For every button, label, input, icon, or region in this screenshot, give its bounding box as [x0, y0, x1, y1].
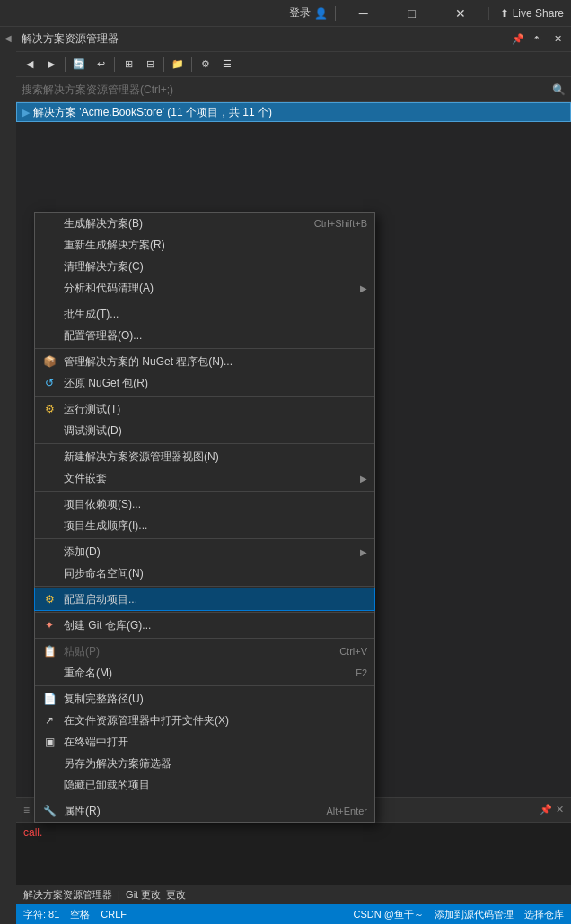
solution-item[interactable]: ▶ 解决方案 'Acme.BookStore' (11 个项目，共 11 个)	[16, 102, 571, 122]
menu-save-as-selector[interactable]: 另存为解决方案筛选器	[35, 753, 374, 774]
menu-open-terminal-label: 在终端中打开	[64, 735, 128, 750]
menu-build-label: 生成解决方案(B)	[64, 216, 143, 231]
sep10	[35, 685, 374, 686]
menu-properties[interactable]: 🔧 属性(R) Alt+Enter	[35, 800, 374, 822]
sep2	[35, 348, 374, 349]
minimize-button[interactable]: ─	[343, 0, 384, 27]
menu-hide-unloaded[interactable]: 隐藏已卸载的项目	[35, 774, 374, 796]
sep4	[35, 443, 374, 444]
menu-batch-label: 批生成(T)...	[64, 307, 119, 322]
sep3	[35, 396, 374, 397]
bottom-panel-pin-icon[interactable]: 📌	[540, 804, 552, 815]
menu-run-test[interactable]: ⚙ 运行测试(T)	[35, 398, 374, 420]
panel-pin-button[interactable]: 📌	[510, 31, 526, 48]
menu-open-terminal[interactable]: ▣ 在终端中打开	[35, 731, 374, 753]
panel-header-icons: 📌 ⬑ ✕	[510, 31, 566, 48]
restore-icon: ↺	[42, 376, 57, 390]
menu-restore-nuget-label: 还原 NuGet 包(R)	[64, 376, 148, 391]
menu-analyze[interactable]: 分析和代码清理(A) ▶	[35, 277, 374, 299]
menu-open-explorer[interactable]: ↗ 在文件资源管理器中打开文件夹(X)	[35, 710, 374, 731]
menu-config[interactable]: 配置管理器(O)...	[35, 325, 374, 346]
menu-build-order-label: 项目生成顺序(I)...	[64, 519, 147, 534]
menu-batch[interactable]: 批生成(T)...	[35, 303, 374, 325]
menu-clean-label: 清理解决方案(C)	[64, 259, 144, 275]
menu-rename-shortcut: F2	[356, 667, 367, 678]
open-explorer-icon: ↗	[42, 713, 57, 728]
login-area[interactable]: 登录 👤	[289, 5, 328, 21]
status-csdn: CSDN @鱼干～	[354, 908, 424, 921]
sep6	[35, 538, 374, 539]
login-label: 登录	[289, 5, 311, 21]
menu-hide-unloaded-label: 隐藏已卸载的项目	[64, 778, 150, 793]
call-text: call.	[23, 826, 42, 839]
menu-proj-dep-label: 项目依赖项(S)...	[64, 497, 141, 512]
menu-paste-shortcut: Ctrl+V	[339, 646, 367, 657]
menu-clean[interactable]: 清理解决方案(C)	[35, 256, 374, 277]
sep8	[35, 612, 374, 613]
search-bar: 🔍	[16, 77, 571, 102]
panel-dock-button[interactable]: ⬑	[530, 31, 546, 48]
nuget-icon: 📦	[42, 354, 57, 369]
menu-copy-path[interactable]: 📄 复制完整路径(U)	[35, 688, 374, 710]
menu-rebuild-label: 重新生成解决方案(R)	[64, 238, 165, 253]
toolbar: ◀ ▶ 🔄 ↩ ⊞ ⊟ 📁 ⚙ ☰	[16, 52, 571, 77]
panel-title: 解决方案资源管理器	[22, 31, 119, 47]
panel-close-button[interactable]: ✕	[549, 31, 566, 48]
status-spaces: 空格	[70, 908, 90, 921]
menu-sync-ns[interactable]: 同步命名空间(N)	[35, 562, 374, 584]
properties-icon: 🔧	[42, 804, 57, 818]
title-bar: 登录 👤 ─ □ ✕ ⬆ Live Share	[0, 0, 571, 27]
toolbar-forward-button[interactable]: ▶	[41, 55, 61, 74]
menu-add[interactable]: 添加(D) ▶	[35, 541, 374, 562]
toolbar-sync-button[interactable]: 🔄	[69, 55, 89, 74]
status-git-info[interactable]: 选择仓库	[524, 908, 564, 921]
bottom-panel-content: call.	[16, 823, 571, 842]
solution-explorer-panel: 解决方案资源管理器 📌 ⬑ ✕ ◀ ▶ 🔄 ↩ ⊞ ⊟ 📁 ⚙ ☰	[16, 27, 571, 924]
menu-file-nest[interactable]: 文件嵌套 ▶	[35, 467, 374, 489]
toolbar-back-button[interactable]: ◀	[20, 55, 40, 74]
menu-build[interactable]: 生成解决方案(B) Ctrl+Shift+B	[35, 213, 374, 234]
toolbar-settings-button[interactable]: ⚙	[196, 55, 215, 74]
solution-label: 解决方案 'Acme.BookStore' (11 个项目，共 11 个)	[33, 105, 272, 120]
menu-new-sol-view[interactable]: 新建解决方案资源管理器视图(N)	[35, 446, 374, 467]
share-icon: ⬆	[500, 7, 509, 20]
panel-header: 解决方案资源管理器 📌 ⬑ ✕	[16, 27, 571, 52]
set-startup-icon: ⚙	[42, 592, 57, 606]
close-button[interactable]: ✕	[440, 0, 481, 27]
menu-build-order[interactable]: 项目生成顺序(I)...	[35, 515, 374, 536]
menu-create-git[interactable]: ✦ 创建 Git 仓库(G)...	[35, 615, 374, 636]
toolbar-view2-button[interactable]: ⊟	[140, 55, 160, 74]
search-input[interactable]	[22, 83, 552, 96]
maximize-button[interactable]: □	[391, 0, 433, 27]
panel-bottom-tab: 解决方案资源管理器	[23, 889, 112, 900]
status-add-code[interactable]: 添加到源代码管理	[435, 908, 514, 921]
menu-debug-test[interactable]: 调试测试(D)	[35, 420, 374, 441]
liveshare-label: Live Share	[513, 7, 564, 20]
left-sidebar: ◀	[0, 27, 16, 924]
status-bar: 字符: 81 空格 CRLF CSDN @鱼干～ 添加到源代码管理 选择仓库	[16, 904, 571, 924]
menu-restore-nuget[interactable]: ↺ 还原 NuGet 包(R)	[35, 372, 374, 394]
open-terminal-icon: ▣	[42, 735, 57, 749]
file-nest-arrow-icon: ▶	[360, 474, 367, 484]
menu-create-git-label: 创建 Git 仓库(G)...	[64, 618, 151, 633]
menu-rename[interactable]: 重命名(M) F2	[35, 662, 374, 684]
analyze-arrow-icon: ▶	[360, 283, 367, 293]
sidebar-collapse-icon[interactable]: ◀	[1, 31, 15, 45]
toolbar-undo-button[interactable]: ↩	[91, 55, 110, 74]
context-menu: 生成解决方案(B) Ctrl+Shift+B 重新生成解决方案(R) 清理解决方…	[34, 212, 375, 823]
git-label[interactable]: Git 更改	[126, 889, 161, 900]
toolbar-collapse-button[interactable]: 📁	[168, 55, 188, 74]
toolbar-options-button[interactable]: ☰	[217, 55, 237, 74]
menu-debug-test-label: 调试测试(D)	[64, 423, 122, 439]
menu-proj-dep[interactable]: 项目依赖项(S)...	[35, 493, 374, 515]
menu-nuget[interactable]: 📦 管理解决方案的 NuGet 程序包(N)...	[35, 351, 374, 372]
git-status-label: 解决方案资源管理器 | Git 更改 更改	[23, 888, 186, 902]
menu-rebuild[interactable]: 重新生成解决方案(R)	[35, 234, 374, 256]
bottom-panel-close-icon[interactable]: ✕	[556, 804, 564, 815]
menu-set-startup[interactable]: ⚙ 配置启动项目...	[35, 588, 374, 610]
menu-analyze-label: 分析和代码清理(A)	[64, 281, 154, 296]
menu-properties-shortcut: Alt+Enter	[326, 806, 367, 816]
toolbar-view1-button[interactable]: ⊞	[119, 55, 138, 74]
menu-open-explorer-label: 在文件资源管理器中打开文件夹(X)	[64, 713, 229, 728]
liveshare-button[interactable]: ⬆ Live Share	[488, 7, 564, 20]
